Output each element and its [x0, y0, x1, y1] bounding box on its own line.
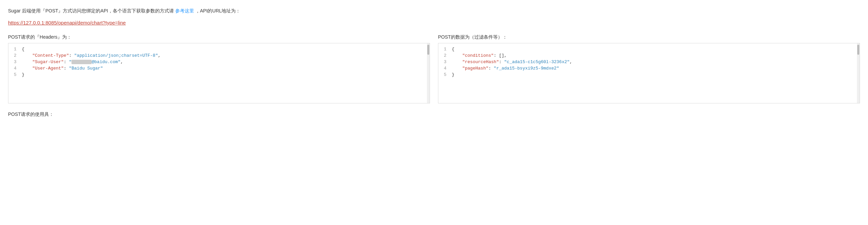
headers-linenum-4: 4 [8, 66, 22, 71]
panels-container: POST请求的『Headers』为： 1 { 2 "Content-Type":… [8, 34, 860, 104]
body-content-5: } [452, 72, 455, 77]
intro-prefix: Sugar 后端使用『POST』方式访问您绑定的API，各个语言下获取参数的方式… [8, 8, 175, 13]
headers-linenum-5: 5 [8, 72, 22, 77]
headers-linenum-3: 3 [8, 59, 22, 64]
body-content-4: "pageHash": "r_ada15-bsyxi9z5-9mdxe2" [452, 66, 559, 71]
body-label: POST的数据为（过滤条件等）： [438, 34, 860, 40]
headers-line-4: 4 "User-Agent": "Baidu Sugar" [8, 65, 430, 72]
headers-line-3: 3 "Sugar-User": " @baidu.com", [8, 59, 430, 65]
headers-line-5: 5 } [8, 72, 430, 78]
body-line-1: 1 { [438, 46, 860, 52]
body-line-4: 4 "pageHash": "r_ada15-bsyxi9z5-9mdxe2" [438, 65, 860, 72]
headers-content-2: "Content-Type": "application/json;charse… [22, 53, 161, 58]
intro-suffix: ，API的URL地址为： [195, 8, 241, 13]
reference-link[interactable]: 参考这里 [175, 8, 194, 13]
body-line-2: 2 "conditions": [], [438, 52, 860, 59]
body-line-5: 5 } [438, 72, 860, 78]
body-code-block: 1 { 2 "conditions": [], 3 "resourceHash"… [438, 43, 860, 104]
body-linenum-1: 1 [438, 47, 452, 52]
headers-scrollbar-thumb [427, 45, 429, 55]
headers-content-4: "User-Agent": "Baidu Sugar" [22, 66, 103, 71]
headers-content-3: "Sugar-User": " @baidu.com", [22, 59, 123, 64]
headers-label: POST请求的『Headers』为： [8, 34, 430, 40]
bottom-label: POST请求的使用具： [8, 112, 860, 117]
api-url-link[interactable]: https://127.0.0.1:8085/openapi/demo/char… [8, 20, 126, 26]
body-line-3: 3 "resourceHash": "c_ada15-c1c5g60l-3236… [438, 59, 860, 65]
body-content-1: { [452, 47, 455, 52]
body-linenum-3: 3 [438, 59, 452, 64]
body-scrollbar-thumb [857, 45, 859, 55]
headers-panel: POST请求的『Headers』为： 1 { 2 "Content-Type":… [8, 34, 430, 104]
headers-line-2: 2 "Content-Type": "application/json;char… [8, 52, 430, 59]
headers-linenum-2: 2 [8, 53, 22, 58]
intro-paragraph: Sugar 后端使用『POST』方式访问您绑定的API，各个语言下获取参数的方式… [8, 7, 860, 15]
body-linenum-5: 5 [438, 72, 452, 77]
body-linenum-4: 4 [438, 66, 452, 71]
body-scroll[interactable]: 1 { 2 "conditions": [], 3 "resourceHash"… [438, 43, 860, 81]
headers-code-block: 1 { 2 "Content-Type": "application/json;… [8, 43, 430, 104]
body-content-2: "conditions": [], [452, 53, 507, 58]
headers-linenum-1: 1 [8, 47, 22, 52]
body-linenum-2: 2 [438, 53, 452, 58]
headers-scrollbar [427, 43, 430, 103]
headers-scroll[interactable]: 1 { 2 "Content-Type": "application/json;… [8, 43, 430, 81]
headers-line-1: 1 { [8, 46, 430, 52]
body-content-3: "resourceHash": "c_ada15-c1c5g60l-3236x2… [452, 59, 572, 64]
body-panel: POST的数据为（过滤条件等）： 1 { 2 "conditions": [],… [438, 34, 860, 104]
headers-content-5: } [22, 72, 25, 77]
body-scrollbar [857, 43, 860, 103]
headers-content-1: { [22, 47, 25, 52]
